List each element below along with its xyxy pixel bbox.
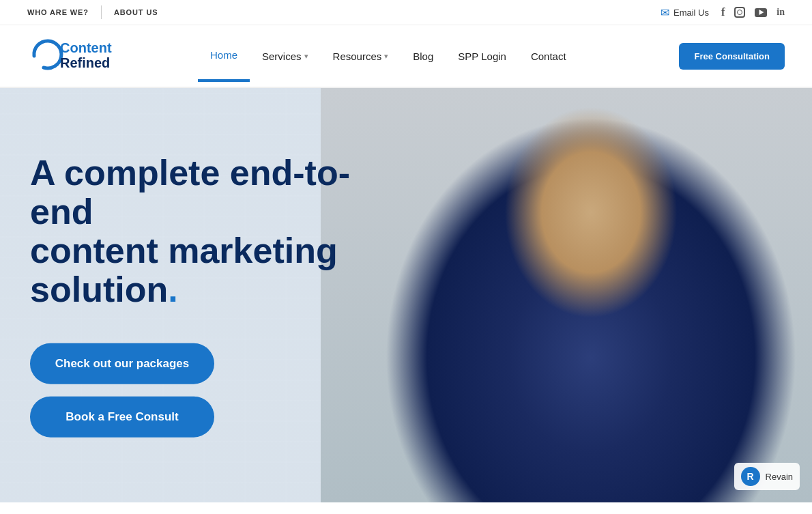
book-consult-button[interactable]: Book a Free Consult bbox=[30, 397, 214, 438]
hero-content: A complete end-to-end content marketing … bbox=[30, 153, 378, 438]
main-nav: Content Refined Home Services ▾ Resource… bbox=[0, 25, 812, 88]
hero-section: A complete end-to-end content marketing … bbox=[0, 88, 812, 502]
person-photo bbox=[321, 88, 812, 502]
svg-text:Refined: Refined bbox=[60, 55, 110, 70]
top-bar-links: WHO ARE WE? ABOUT US bbox=[27, 5, 170, 19]
services-chevron-icon: ▾ bbox=[304, 52, 308, 61]
email-us-label: Email Us bbox=[673, 8, 709, 18]
free-consultation-button[interactable]: Free Consultation bbox=[679, 43, 785, 70]
top-bar: WHO ARE WE? ABOUT US ✉ Email Us f in bbox=[0, 0, 812, 25]
hero-person-image bbox=[321, 88, 812, 502]
hero-title-dot: . bbox=[168, 270, 177, 309]
nav-contact[interactable]: Contact bbox=[519, 31, 579, 81]
logo[interactable]: Content Refined bbox=[27, 25, 177, 87]
nav-home[interactable]: Home bbox=[198, 30, 250, 82]
social-icons: f in bbox=[721, 6, 785, 18]
resources-chevron-icon: ▾ bbox=[384, 52, 388, 61]
revain-label: Revain bbox=[766, 472, 793, 482]
nav-links: Home Services ▾ Resources ▾ Blog SPP Log… bbox=[198, 30, 679, 82]
hero-title-line3: solution bbox=[30, 270, 168, 309]
email-us[interactable]: ✉ Email Us bbox=[661, 6, 709, 19]
hero-title: A complete end-to-end content marketing … bbox=[30, 153, 378, 309]
who-are-we-link[interactable]: WHO ARE WE? bbox=[27, 5, 102, 19]
svg-text:Content: Content bbox=[60, 40, 112, 55]
revain-icon: R bbox=[741, 467, 760, 486]
about-us-link[interactable]: ABOUT US bbox=[102, 5, 170, 19]
check-packages-button[interactable]: Check out our packages bbox=[30, 343, 214, 384]
linkedin-icon[interactable]: in bbox=[777, 7, 785, 18]
top-bar-right: ✉ Email Us f in bbox=[661, 6, 785, 19]
hero-title-line1: A complete end-to-end bbox=[30, 152, 350, 231]
hero-title-line2: content marketing bbox=[30, 231, 338, 270]
nav-spp-login[interactable]: SPP Login bbox=[446, 31, 519, 81]
revain-badge: R Revain bbox=[734, 463, 800, 490]
nav-blog[interactable]: Blog bbox=[401, 31, 446, 81]
nav-services[interactable]: Services ▾ bbox=[250, 31, 321, 81]
email-icon: ✉ bbox=[661, 6, 669, 19]
instagram-icon[interactable] bbox=[734, 7, 745, 18]
facebook-icon[interactable]: f bbox=[721, 6, 725, 18]
hero-buttons: Check out our packages Book a Free Consu… bbox=[30, 343, 378, 438]
youtube-icon[interactable] bbox=[755, 8, 767, 17]
nav-resources[interactable]: Resources ▾ bbox=[321, 31, 401, 81]
